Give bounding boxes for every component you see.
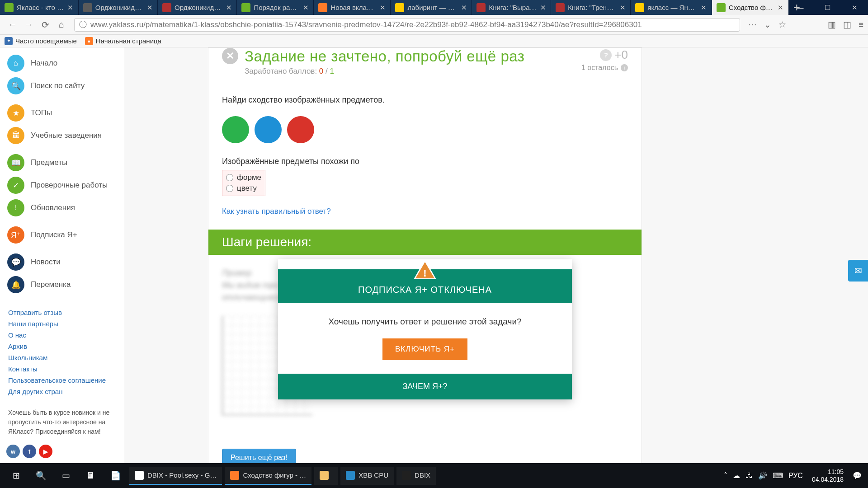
feedback-button[interactable]: ✉ — [848, 260, 868, 282]
taskbar-clock[interactable]: 11:05 04.04.2018 — [808, 468, 847, 483]
browser-tab[interactable]: Порядок работы в✕ — [237, 0, 314, 15]
figure-circle — [287, 116, 314, 143]
bookmark-startpage[interactable]: ● Начальная страница — [85, 37, 161, 45]
onedrive-icon[interactable]: ☁ — [733, 471, 740, 480]
tab-close-icon[interactable]: ✕ — [225, 4, 233, 12]
sidebar-social: w f ▶ — [0, 441, 124, 462]
sidebar-link[interactable]: Пользовательское соглашение — [8, 376, 116, 384]
taskbar-app[interactable]: DBIX - Pool.sexy - G… — [129, 467, 222, 485]
option-shape[interactable]: форме — [225, 172, 262, 183]
url-input[interactable]: ⓘ www.yaklass.ru/p/matematika/1-klass/ob… — [74, 18, 740, 32]
browser-tab[interactable]: Орджоникидзевски✕ — [79, 0, 158, 15]
sidebar-link[interactable]: Архив — [8, 343, 116, 350]
tab-close-icon[interactable]: ✕ — [700, 4, 708, 12]
sidebar-link[interactable]: Школьникам — [8, 354, 116, 361]
browser-tab[interactable]: Якласс - кто попал✕ — [0, 0, 79, 15]
taskbar-app-icon — [346, 471, 355, 480]
library-icon[interactable]: ▥ — [828, 19, 836, 30]
browser-tab[interactable]: Новая вкладка✕ — [314, 0, 391, 15]
search-icon[interactable]: 🔍 — [28, 463, 53, 488]
sidebar-item[interactable]: 💬Новости — [0, 251, 124, 273]
sidebar-toggle-icon[interactable]: ◫ — [843, 19, 851, 30]
nav-forward-icon[interactable]: → — [22, 18, 36, 32]
radio-shape[interactable] — [226, 174, 233, 181]
nav-back-icon[interactable]: ← — [5, 18, 20, 32]
option-color[interactable]: цвету — [225, 183, 262, 194]
pocket-icon[interactable]: ⌄ — [764, 19, 771, 30]
taskbar-app-icon — [402, 471, 411, 480]
taskbar-app[interactable] — [314, 467, 338, 485]
browser-tab[interactable]: Книга: "Вырабатыв✕ — [472, 0, 551, 15]
info-icon[interactable]: i — [621, 64, 628, 71]
sidebar-item[interactable]: Я⁺Подписка Я+ — [0, 224, 124, 246]
sidebar-item[interactable]: 🔍Поиск по сайту — [0, 75, 124, 97]
tab-close-icon[interactable]: ✕ — [146, 4, 154, 12]
sidebar-item[interactable]: !Обновления — [0, 197, 124, 219]
taskbar-app-icon — [320, 471, 329, 480]
tab-close-icon[interactable]: ✕ — [460, 4, 468, 12]
help-icon[interactable]: ? — [600, 49, 612, 61]
window-close[interactable]: ✕ — [841, 0, 868, 15]
retry-button[interactable]: Решить ещё раз! — [222, 449, 296, 463]
sidebar-item[interactable]: 🏛Учебные заведения — [0, 124, 124, 147]
task-view-icon[interactable]: ▭ — [53, 463, 78, 488]
taskbar-app[interactable]: XBB CPU — [340, 467, 394, 485]
tab-close-icon[interactable]: ✕ — [618, 4, 627, 12]
window-maximize[interactable]: ☐ — [814, 0, 841, 15]
sidebar-item-label: Проверочные работы — [31, 181, 108, 190]
attempts-left: 1 осталось — [581, 64, 618, 72]
language-indicator[interactable]: РУС — [788, 472, 803, 480]
facebook-icon[interactable]: f — [23, 445, 36, 458]
hint-link[interactable]: Как узнать правильный ответ? — [222, 207, 331, 216]
start-button[interactable]: ⊞ — [4, 463, 28, 488]
bookmark-frequent[interactable]: ✦ Часто посещаемые — [5, 37, 77, 45]
taskbar-app[interactable]: Сходство фигур - … — [225, 467, 311, 485]
browser-tab[interactable]: якласс — Яндекс: н✕ — [631, 0, 712, 15]
sidebar-item[interactable]: 📖Предметы — [0, 151, 124, 174]
sidebar-item[interactable]: ✓Проверочные работы — [0, 174, 124, 197]
network-icon[interactable]: 🖧 — [745, 472, 753, 480]
tab-close-icon[interactable]: ✕ — [539, 4, 547, 12]
notepad-icon[interactable]: 📄 — [103, 463, 128, 488]
input-indicator-icon[interactable]: ⌨ — [773, 471, 783, 480]
enable-subscription-button[interactable]: ВКЛЮЧИТЬ Я+ — [382, 338, 467, 360]
taskbar-app[interactable]: DBIX — [396, 467, 436, 485]
radio-color[interactable] — [226, 185, 233, 192]
tab-favicon — [241, 3, 250, 12]
nav-home-icon[interactable]: ⌂ — [54, 18, 69, 32]
tab-close-icon[interactable]: ✕ — [777, 4, 785, 12]
browser-tab[interactable]: Книга: "Тренажер п✕ — [551, 0, 631, 15]
sidebar-link[interactable]: Отправить отзыв — [8, 309, 116, 316]
tray-expand-icon[interactable]: ˄ — [724, 471, 727, 480]
tab-close-icon[interactable]: ✕ — [378, 4, 387, 12]
tab-close-icon[interactable]: ✕ — [302, 4, 310, 12]
browser-tab[interactable]: Орджоникидзевски✕ — [158, 0, 237, 15]
tab-favicon — [162, 3, 171, 12]
sidebar-link[interactable]: Наши партнёры — [8, 320, 116, 328]
why-subscription-link[interactable]: ЗАЧЕМ Я+? — [278, 374, 572, 399]
window-minimize[interactable]: — — [787, 0, 814, 15]
sidebar-item[interactable]: 🔔Переменка — [0, 273, 124, 296]
calculator-icon[interactable]: 🖩 — [78, 463, 103, 488]
tab-close-icon[interactable]: ✕ — [66, 4, 75, 12]
hamburger-menu-icon[interactable]: ≡ — [859, 20, 863, 30]
sidebar-link[interactable]: Для других стран — [8, 388, 116, 395]
site-info-icon[interactable]: ⓘ — [79, 19, 87, 30]
bookmark-star-icon[interactable]: ☆ — [778, 19, 786, 30]
sidebar-item-label: Обновления — [31, 203, 75, 212]
sidebar-link[interactable]: Контакты — [8, 365, 116, 373]
taskbar-app-label: DBIX - Pool.sexy - G… — [147, 471, 217, 479]
tab-favicon — [83, 3, 92, 12]
youtube-icon[interactable]: ▶ — [39, 445, 52, 458]
volume-icon[interactable]: 🔊 — [758, 471, 767, 480]
nav-reload-icon[interactable]: ⟳ — [38, 18, 52, 32]
notifications-icon[interactable]: 💬 — [853, 471, 862, 480]
browser-tab[interactable]: Сходство фигур✕ — [712, 0, 789, 15]
sidebar-item[interactable]: ⌂Начало — [0, 52, 124, 75]
answer-label: Изображённые предметы похожи по — [222, 157, 628, 166]
browser-tab[interactable]: лабиринт — Яндекс✕ — [391, 0, 472, 15]
sidebar-link[interactable]: О нас — [8, 331, 116, 339]
more-actions-icon[interactable]: ⋯ — [748, 19, 757, 30]
sidebar-item[interactable]: ★ТОПы — [0, 102, 124, 124]
vk-icon[interactable]: w — [6, 445, 20, 458]
